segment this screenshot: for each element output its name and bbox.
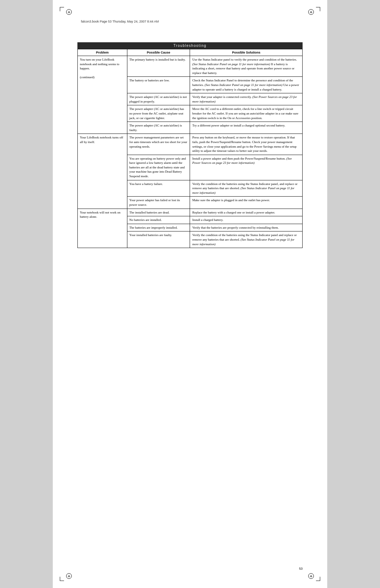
- cause-cell-1-4: The power adapter (AC or auto/airline) h…: [127, 105, 190, 122]
- table-row: Your notebook will not work on battery a…: [78, 209, 303, 216]
- cause-cell-1-3: The power adapter (AC or auto/airline) i…: [127, 93, 190, 105]
- solution-cell-2-2: Install a power adapter and then push th…: [190, 155, 303, 180]
- table-row: You turn on your LifeBook notebook and n…: [78, 56, 303, 77]
- solution-cell-1-3: Verify that your adapter is connected co…: [190, 93, 303, 105]
- cause-cell-3-4: Your installed batteries are faulty.: [127, 231, 190, 248]
- solution-cell-3-2: Install a charged battery.: [190, 216, 303, 224]
- cause-cell-2-4: Your power adapter has failed or lost it…: [127, 197, 190, 209]
- cause-cell-2-3: You have a battery failure.: [127, 180, 190, 197]
- page: falcon3.book Page 53 Thursday, May 24, 2…: [53, 0, 327, 588]
- troubleshooting-table: Problem Possible Cause Possible Solution…: [77, 49, 303, 248]
- crop-mark-br: [316, 577, 320, 581]
- section-header: Troubleshooting: [77, 42, 303, 49]
- table-row: Your LifeBook notebook turns off all by …: [78, 134, 303, 155]
- crop-mark-tr: [316, 7, 320, 11]
- problem-cell-3: Your notebook will not work on battery a…: [78, 209, 127, 248]
- crop-mark-tl: [60, 7, 64, 11]
- cause-cell-1-2: The battery or batteries are low.: [127, 77, 190, 93]
- crop-mark-bl: [60, 577, 64, 581]
- reg-mark-bl: [66, 573, 72, 579]
- cause-cell-3-1: The installed batteries are dead.: [127, 209, 190, 216]
- solution-cell-3-1: Replace the battery with a charged one o…: [190, 209, 303, 216]
- solution-cell-1-4: Move the AC cord to a different outlet, …: [190, 105, 303, 122]
- reg-mark-tl: [66, 9, 72, 15]
- cause-cell-1-1: The primary battery is installed but is …: [127, 56, 190, 77]
- solution-cell-2-3: Verify the condition of the batteries us…: [190, 180, 303, 197]
- solution-cell-1-1: Use the Status Indicator panel to verify…: [190, 56, 303, 77]
- cause-cell-2-2: You are operating on battery power only …: [127, 155, 190, 180]
- col-header-solution: Possible Solutions: [190, 49, 303, 56]
- solution-cell-1-2: Check the Status Indicator Panel to dete…: [190, 77, 303, 93]
- file-info: falcon3.book Page 53 Thursday, May 24, 2…: [81, 20, 159, 23]
- reg-mark-br: [308, 573, 314, 579]
- solution-cell-3-4: Verify the condition of the batteries us…: [190, 231, 303, 248]
- problem-cell-1: You turn on your LifeBook notebook and n…: [78, 56, 127, 134]
- cause-cell-3-3: The batteries are improperly installed.: [127, 224, 190, 231]
- cause-cell-2-1: The power management parameters are set …: [127, 134, 190, 155]
- page-number: 53: [299, 567, 303, 570]
- problem-cell-2: Your LifeBook notebook turns off all by …: [78, 134, 127, 209]
- solution-cell-2-1: Press any button on the keyboard, or mov…: [190, 134, 303, 155]
- cause-cell-1-5: The power adapter (AC or auto/airline) i…: [127, 122, 190, 134]
- col-header-problem: Problem: [78, 49, 127, 56]
- reg-mark-tr: [308, 9, 314, 15]
- cause-cell-3-2: No batteries are installed.: [127, 216, 190, 224]
- solution-cell-2-4: Make sure the adapter is plugged in and …: [190, 197, 303, 209]
- solution-cell-1-5: Try a different power adapter or install…: [190, 122, 303, 134]
- solution-cell-3-3: Verify that the batteries are properly c…: [190, 224, 303, 231]
- col-header-cause: Possible Cause: [127, 49, 190, 56]
